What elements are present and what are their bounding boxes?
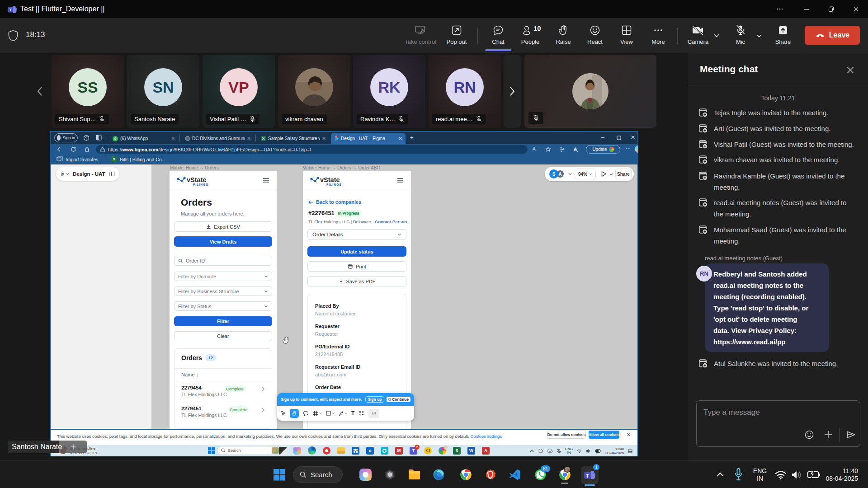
svg-text:vState: vState (320, 176, 340, 183)
svg-text:vState: vState (187, 176, 207, 183)
svg-text:T: T (9, 8, 12, 12)
svg-text:FILINGS: FILINGS (193, 183, 208, 186)
svg-text:FILINGS: FILINGS (326, 183, 342, 186)
svg-text:T: T (586, 473, 589, 479)
